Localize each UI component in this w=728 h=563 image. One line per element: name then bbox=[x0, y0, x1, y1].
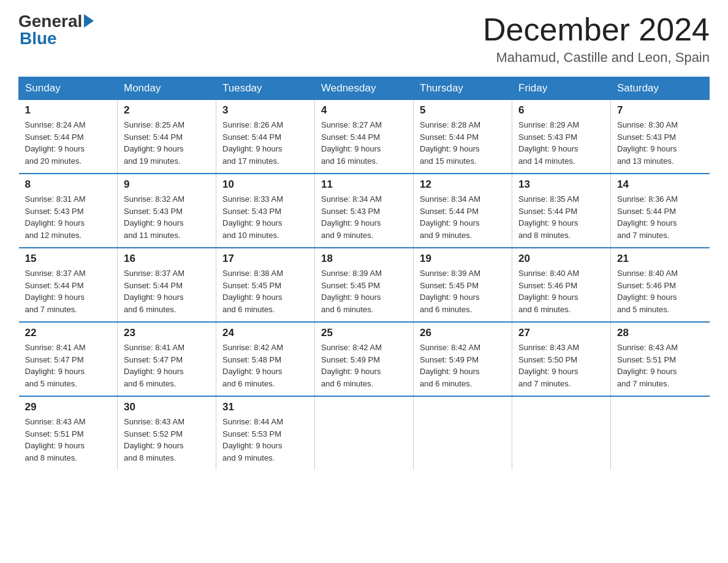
day-number: 10 bbox=[222, 178, 308, 191]
table-row: 5 Sunrise: 8:28 AM Sunset: 5:44 PM Dayli… bbox=[414, 100, 512, 174]
day-number: 13 bbox=[518, 178, 604, 191]
day-number: 20 bbox=[518, 253, 604, 265]
day-number: 27 bbox=[518, 327, 604, 339]
day-number: 14 bbox=[617, 178, 703, 191]
day-info: Sunrise: 8:40 AM Sunset: 5:46 PM Dayligh… bbox=[518, 267, 604, 315]
day-info: Sunrise: 8:28 AM Sunset: 5:44 PM Dayligh… bbox=[420, 119, 506, 167]
header-sunday: Sunday bbox=[19, 77, 118, 100]
table-row: 2 Sunrise: 8:25 AM Sunset: 5:44 PM Dayli… bbox=[118, 100, 216, 174]
day-info: Sunrise: 8:34 AM Sunset: 5:43 PM Dayligh… bbox=[321, 193, 407, 241]
table-row bbox=[512, 396, 611, 470]
day-info: Sunrise: 8:42 AM Sunset: 5:48 PM Dayligh… bbox=[222, 342, 308, 389]
day-number: 9 bbox=[124, 178, 210, 191]
table-row: 28 Sunrise: 8:43 AM Sunset: 5:51 PM Dayl… bbox=[611, 322, 710, 396]
day-number: 23 bbox=[124, 327, 210, 339]
calendar-table: Sunday Monday Tuesday Wednesday Thursday… bbox=[18, 77, 710, 470]
title-area: December 2024 Mahamud, Castille and Leon… bbox=[483, 12, 710, 66]
table-row: 25 Sunrise: 8:42 AM Sunset: 5:49 PM Dayl… bbox=[315, 322, 414, 396]
day-info: Sunrise: 8:38 AM Sunset: 5:45 PM Dayligh… bbox=[222, 267, 308, 315]
day-info: Sunrise: 8:29 AM Sunset: 5:43 PM Dayligh… bbox=[518, 119, 604, 167]
day-info: Sunrise: 8:31 AM Sunset: 5:43 PM Dayligh… bbox=[25, 193, 112, 241]
day-info: Sunrise: 8:26 AM Sunset: 5:44 PM Dayligh… bbox=[222, 119, 308, 167]
table-row bbox=[611, 396, 710, 470]
table-row: 18 Sunrise: 8:39 AM Sunset: 5:45 PM Dayl… bbox=[315, 248, 414, 322]
day-info: Sunrise: 8:27 AM Sunset: 5:44 PM Dayligh… bbox=[321, 119, 407, 167]
day-info: Sunrise: 8:42 AM Sunset: 5:49 PM Dayligh… bbox=[420, 342, 506, 389]
table-row: 1 Sunrise: 8:24 AM Sunset: 5:44 PM Dayli… bbox=[19, 100, 118, 174]
day-info: Sunrise: 8:39 AM Sunset: 5:45 PM Dayligh… bbox=[420, 267, 506, 315]
day-info: Sunrise: 8:43 AM Sunset: 5:51 PM Dayligh… bbox=[25, 416, 112, 464]
day-number: 12 bbox=[420, 178, 506, 191]
header-wednesday: Wednesday bbox=[315, 77, 414, 100]
day-number: 6 bbox=[518, 104, 604, 117]
day-info: Sunrise: 8:37 AM Sunset: 5:44 PM Dayligh… bbox=[25, 267, 112, 315]
day-info: Sunrise: 8:43 AM Sunset: 5:52 PM Dayligh… bbox=[124, 416, 210, 464]
location-subtitle: Mahamud, Castille and Leon, Spain bbox=[483, 50, 710, 66]
calendar-week-row: 8 Sunrise: 8:31 AM Sunset: 5:43 PM Dayli… bbox=[19, 174, 710, 248]
day-info: Sunrise: 8:35 AM Sunset: 5:44 PM Dayligh… bbox=[518, 193, 604, 241]
header-monday: Monday bbox=[118, 77, 216, 100]
table-row: 12 Sunrise: 8:34 AM Sunset: 5:44 PM Dayl… bbox=[414, 174, 512, 248]
day-info: Sunrise: 8:44 AM Sunset: 5:53 PM Dayligh… bbox=[222, 416, 308, 464]
table-row: 4 Sunrise: 8:27 AM Sunset: 5:44 PM Dayli… bbox=[315, 100, 414, 174]
table-row: 20 Sunrise: 8:40 AM Sunset: 5:46 PM Dayl… bbox=[512, 248, 611, 322]
day-number: 15 bbox=[25, 253, 112, 265]
table-row: 11 Sunrise: 8:34 AM Sunset: 5:43 PM Dayl… bbox=[315, 174, 414, 248]
day-info: Sunrise: 8:33 AM Sunset: 5:43 PM Dayligh… bbox=[222, 193, 308, 241]
calendar-week-row: 22 Sunrise: 8:41 AM Sunset: 5:47 PM Dayl… bbox=[19, 322, 710, 396]
day-number: 17 bbox=[222, 253, 308, 265]
day-number: 29 bbox=[25, 401, 112, 413]
table-row: 14 Sunrise: 8:36 AM Sunset: 5:44 PM Dayl… bbox=[611, 174, 710, 248]
day-info: Sunrise: 8:37 AM Sunset: 5:44 PM Dayligh… bbox=[124, 267, 210, 315]
day-info: Sunrise: 8:30 AM Sunset: 5:43 PM Dayligh… bbox=[617, 119, 703, 167]
table-row: 27 Sunrise: 8:43 AM Sunset: 5:50 PM Dayl… bbox=[512, 322, 611, 396]
day-number: 26 bbox=[420, 327, 506, 339]
day-number: 18 bbox=[321, 253, 407, 265]
day-number: 16 bbox=[124, 253, 210, 265]
logo-blue-part bbox=[82, 15, 94, 28]
day-number: 19 bbox=[420, 253, 506, 265]
table-row: 13 Sunrise: 8:35 AM Sunset: 5:44 PM Dayl… bbox=[512, 174, 611, 248]
day-info: Sunrise: 8:25 AM Sunset: 5:44 PM Dayligh… bbox=[124, 119, 210, 167]
table-row: 10 Sunrise: 8:33 AM Sunset: 5:43 PM Dayl… bbox=[216, 174, 315, 248]
day-number: 21 bbox=[617, 253, 703, 265]
day-info: Sunrise: 8:40 AM Sunset: 5:46 PM Dayligh… bbox=[617, 267, 703, 315]
table-row: 9 Sunrise: 8:32 AM Sunset: 5:43 PM Dayli… bbox=[118, 174, 216, 248]
table-row: 8 Sunrise: 8:31 AM Sunset: 5:43 PM Dayli… bbox=[19, 174, 118, 248]
table-row: 16 Sunrise: 8:37 AM Sunset: 5:44 PM Dayl… bbox=[118, 248, 216, 322]
table-row: 6 Sunrise: 8:29 AM Sunset: 5:43 PM Dayli… bbox=[512, 100, 611, 174]
calendar-week-row: 15 Sunrise: 8:37 AM Sunset: 5:44 PM Dayl… bbox=[19, 248, 710, 322]
table-row: 30 Sunrise: 8:43 AM Sunset: 5:52 PM Dayl… bbox=[118, 396, 216, 470]
day-info: Sunrise: 8:41 AM Sunset: 5:47 PM Dayligh… bbox=[25, 342, 112, 389]
table-row: 3 Sunrise: 8:26 AM Sunset: 5:44 PM Dayli… bbox=[216, 100, 315, 174]
table-row: 15 Sunrise: 8:37 AM Sunset: 5:44 PM Dayl… bbox=[19, 248, 118, 322]
day-number: 8 bbox=[25, 178, 112, 191]
header-tuesday: Tuesday bbox=[216, 77, 315, 100]
day-info: Sunrise: 8:41 AM Sunset: 5:47 PM Dayligh… bbox=[124, 342, 210, 389]
day-number: 11 bbox=[321, 178, 407, 191]
calendar-header-row: Sunday Monday Tuesday Wednesday Thursday… bbox=[19, 77, 710, 100]
table-row: 26 Sunrise: 8:42 AM Sunset: 5:49 PM Dayl… bbox=[414, 322, 512, 396]
logo-blue-text: Blue bbox=[20, 29, 57, 48]
day-number: 3 bbox=[222, 104, 308, 117]
day-number: 5 bbox=[420, 104, 506, 117]
day-number: 22 bbox=[25, 327, 112, 339]
day-info: Sunrise: 8:43 AM Sunset: 5:50 PM Dayligh… bbox=[518, 342, 604, 389]
month-year-title: December 2024 bbox=[483, 12, 710, 47]
day-info: Sunrise: 8:39 AM Sunset: 5:45 PM Dayligh… bbox=[321, 267, 407, 315]
day-number: 7 bbox=[617, 104, 703, 117]
day-number: 2 bbox=[124, 104, 210, 117]
table-row: 19 Sunrise: 8:39 AM Sunset: 5:45 PM Dayl… bbox=[414, 248, 512, 322]
day-number: 25 bbox=[321, 327, 407, 339]
calendar-week-row: 29 Sunrise: 8:43 AM Sunset: 5:51 PM Dayl… bbox=[19, 396, 710, 470]
day-info: Sunrise: 8:42 AM Sunset: 5:49 PM Dayligh… bbox=[321, 342, 407, 389]
day-number: 30 bbox=[124, 401, 210, 413]
table-row bbox=[315, 396, 414, 470]
table-row: 22 Sunrise: 8:41 AM Sunset: 5:47 PM Dayl… bbox=[19, 322, 118, 396]
day-info: Sunrise: 8:43 AM Sunset: 5:51 PM Dayligh… bbox=[617, 342, 703, 389]
header-thursday: Thursday bbox=[414, 77, 512, 100]
table-row: 31 Sunrise: 8:44 AM Sunset: 5:53 PM Dayl… bbox=[216, 396, 315, 470]
calendar-week-row: 1 Sunrise: 8:24 AM Sunset: 5:44 PM Dayli… bbox=[19, 100, 710, 174]
day-number: 24 bbox=[222, 327, 308, 339]
day-info: Sunrise: 8:24 AM Sunset: 5:44 PM Dayligh… bbox=[25, 119, 112, 167]
